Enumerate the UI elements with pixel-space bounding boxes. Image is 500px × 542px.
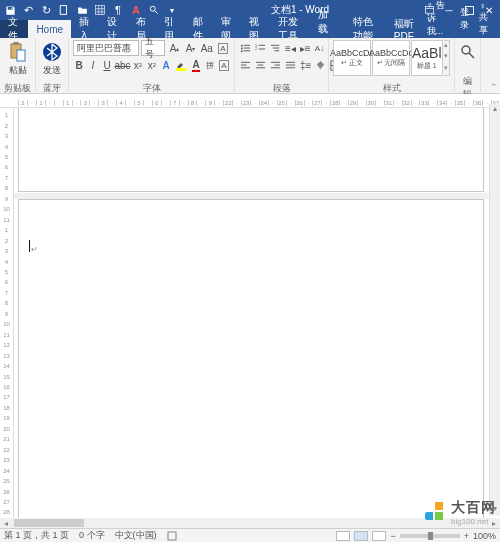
svg-point-14 — [241, 50, 243, 52]
watermark-logo-icon — [425, 502, 447, 524]
char-border-icon[interactable]: A — [218, 58, 230, 73]
align-center-icon[interactable] — [254, 58, 267, 73]
multilevel-icon[interactable] — [269, 41, 282, 56]
font-color-button-icon[interactable]: A — [190, 58, 202, 73]
style-nospacing[interactable]: AaBbCcDc ↵ 无间隔 — [372, 40, 410, 76]
scroll-left-icon[interactable]: ◂ — [0, 519, 12, 528]
increase-indent-icon[interactable]: ▸≡ — [299, 41, 312, 56]
status-words[interactable]: 0 个字 — [79, 529, 105, 542]
table-icon[interactable] — [94, 4, 106, 16]
zoom-level[interactable]: 100% — [473, 531, 496, 541]
share-button[interactable]: ♀ 共享 — [479, 1, 494, 37]
zoom-slider[interactable] — [400, 534, 460, 538]
zoom-in-icon[interactable]: + — [464, 531, 469, 541]
tab-view[interactable]: 视图 — [241, 20, 269, 38]
style-normal[interactable]: AaBbCcDc ↵ 正文 — [333, 40, 371, 76]
sign-in[interactable]: 登录 — [460, 6, 470, 32]
svg-point-10 — [241, 44, 243, 46]
tab-design[interactable]: 设计 — [99, 20, 127, 38]
redo-icon[interactable]: ↻ — [40, 4, 52, 16]
tab-review[interactable]: 审阅 — [213, 20, 241, 38]
watermark-url: big100.net — [451, 517, 496, 526]
scroll-up-icon[interactable]: ▴ — [490, 104, 500, 116]
tab-foxit[interactable]: 福昕PDF — [386, 20, 427, 38]
clear-format-icon[interactable]: A — [216, 41, 230, 56]
ruler-horizontal[interactable]: 2·1·1·2·3·4·5·6·7·8·9·22·23·24·25·26·27·… — [0, 94, 500, 108]
font-name-box[interactable]: 阿里巴巴普惠 — [73, 40, 139, 56]
bullets-icon[interactable] — [239, 41, 252, 56]
more-icon[interactable]: ▾ — [444, 64, 449, 75]
group-clipboard: 粘贴 剪贴板 — [0, 38, 36, 94]
group-paragraph: 12 ≡◂ ▸≡ A↓ ‡≡ 段落 — [235, 38, 329, 94]
styles-label: 样式 — [333, 82, 450, 94]
tell-me[interactable]: ♀ 告诉我... — [427, 0, 450, 38]
decrease-indent-icon[interactable]: ≡◂ — [284, 41, 297, 56]
numbering-icon[interactable]: 12 — [254, 41, 267, 56]
italic-icon[interactable]: I — [87, 58, 99, 73]
shrink-font-icon[interactable]: A▾ — [184, 41, 198, 56]
undo-icon[interactable]: ↶ — [22, 4, 34, 16]
view-read-icon[interactable] — [336, 531, 350, 541]
underline-icon[interactable]: U — [101, 58, 113, 73]
strikethrough-icon[interactable]: abc — [115, 58, 130, 73]
status-language[interactable]: 中文(中国) — [115, 529, 157, 542]
style-heading1[interactable]: AaBl 标题 1 — [411, 40, 443, 76]
tab-file[interactable]: 文件 — [0, 20, 28, 38]
svg-rect-33 — [286, 64, 295, 65]
chevron-up-icon[interactable]: ▴ — [444, 41, 449, 52]
phonetic-icon[interactable]: 拼 — [204, 58, 216, 73]
work-area: 1234567891011123456789101112131415161718… — [0, 108, 500, 528]
scroll-thumb[interactable] — [14, 519, 84, 527]
change-case-icon[interactable]: Aa — [200, 41, 214, 56]
svg-rect-0 — [60, 6, 66, 15]
tab-developer[interactable]: 开发工具 — [270, 20, 311, 38]
bluetooth-icon — [42, 42, 62, 62]
bluetooth-send-button[interactable]: 发送 — [40, 40, 64, 79]
sort-icon[interactable]: A↓ — [314, 41, 325, 56]
style-name: 标题 1 — [417, 61, 437, 71]
line-spacing-icon[interactable]: ‡≡ — [299, 58, 312, 73]
svg-rect-11 — [244, 44, 250, 45]
bold-icon[interactable]: B — [73, 58, 85, 73]
align-right-icon[interactable] — [269, 58, 282, 73]
status-macro-icon[interactable] — [167, 531, 177, 541]
svg-rect-25 — [241, 67, 250, 68]
tab-features[interactable]: 特色功能 — [345, 20, 386, 38]
svg-rect-17 — [259, 44, 265, 45]
paste-button[interactable]: 粘贴 — [4, 40, 31, 79]
find-button[interactable] — [459, 40, 476, 64]
subscript-icon[interactable]: x2 — [132, 58, 144, 73]
group-font: 阿里巴巴普惠 五号 A▴ A▾ Aa A B I U abc x2 x2 A A… — [69, 38, 235, 94]
tab-insert[interactable]: 插入 — [71, 20, 99, 38]
paragraph-label: 段落 — [239, 82, 324, 94]
font-size-box[interactable]: 五号 — [141, 40, 166, 56]
status-page[interactable]: 第 1 页，共 1 页 — [4, 529, 69, 542]
ruler-vertical[interactable]: 1234567891011123456789101112131415161718… — [0, 108, 14, 528]
collapse-ribbon-icon[interactable]: ⌃ — [490, 82, 498, 92]
tab-mailings[interactable]: 邮件 — [185, 20, 213, 38]
align-justify-icon[interactable] — [284, 58, 297, 73]
editing-label: 编辑 — [459, 82, 476, 94]
svg-rect-6 — [13, 42, 19, 45]
search-icon[interactable] — [148, 4, 160, 16]
clipboard-label: 剪贴板 — [4, 82, 31, 94]
zoom-out-icon[interactable]: − — [390, 531, 395, 541]
zoom-knob[interactable] — [428, 532, 433, 540]
tab-home[interactable]: Home — [28, 20, 71, 38]
chevron-down-icon[interactable]: ▾ — [444, 52, 449, 63]
bluetooth-label: 蓝牙 — [40, 82, 64, 94]
scrollbar-vertical[interactable]: ▴ ▾ — [489, 104, 500, 516]
styles-gallery-scroll[interactable]: ▴ ▾ ▾ — [444, 40, 450, 76]
svg-rect-1 — [96, 6, 105, 15]
shading-icon[interactable] — [314, 58, 327, 73]
view-web-icon[interactable] — [372, 531, 386, 541]
new-icon[interactable] — [58, 4, 70, 16]
view-print-icon[interactable] — [354, 531, 368, 541]
tab-addins[interactable]: 加载项 — [310, 20, 345, 38]
highlight-icon[interactable] — [174, 58, 188, 73]
text-effects-icon[interactable]: A — [160, 58, 172, 73]
grow-font-icon[interactable]: A▴ — [167, 41, 181, 56]
superscript-icon[interactable]: x2 — [146, 58, 158, 73]
align-left-icon[interactable] — [239, 58, 252, 73]
document-canvas[interactable]: |↵ — [14, 108, 500, 528]
